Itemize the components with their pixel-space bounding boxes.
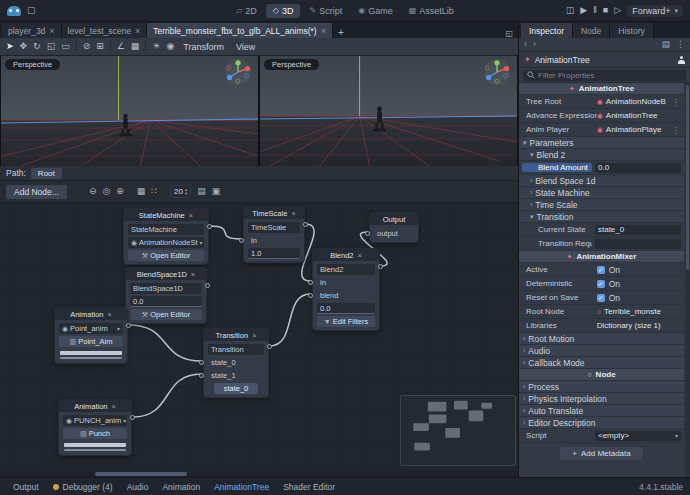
close-icon[interactable]: × <box>357 251 361 260</box>
output-port[interactable] <box>303 222 308 227</box>
graph-node-header[interactable]: Blend2× <box>313 249 379 261</box>
minimap-toggle-icon[interactable]: ▣ <box>212 187 221 196</box>
slider-track[interactable] <box>60 351 122 355</box>
menu-transform[interactable]: Transform <box>180 42 227 52</box>
bottom-tab-debugger-4[interactable]: Debugger (4) <box>47 481 119 493</box>
window-icon[interactable]: ▢ <box>27 6 36 15</box>
spinner-arrows[interactable]: ▴▾ <box>185 188 187 196</box>
expand-viewport-icon[interactable]: ◱ <box>500 29 518 38</box>
tab-node[interactable]: Node <box>573 23 610 38</box>
transition-state-0[interactable]: state_0 <box>214 383 258 394</box>
graph-node-animation-point[interactable]: Animation×◉Point_anim▾▥Point_Aim <box>54 307 128 364</box>
graph-node-header[interactable]: Animation× <box>59 400 131 412</box>
checkbox[interactable]: ✓On <box>597 293 620 303</box>
play-scene-icon[interactable]: ▷ <box>614 6 621 15</box>
spin-down-icon[interactable]: ▾ <box>185 192 187 196</box>
zoom-in-icon[interactable]: ⊕ <box>116 187 124 196</box>
time-scale-timescale[interactable]: TimeScale <box>248 222 300 233</box>
snap-icon[interactable]: ▦ <box>131 42 140 51</box>
perspective-menu[interactable]: Perspective <box>264 59 319 70</box>
output-port[interactable] <box>205 283 210 288</box>
pause-icon[interactable]: ‖ <box>593 6 597 15</box>
group-parameters[interactable]: ▾Parameters <box>519 137 684 149</box>
workspace-tab-3d[interactable]: ◇3D <box>266 4 301 18</box>
group-auto-translate[interactable]: ›Auto Translate <box>519 405 684 417</box>
zoom-level-spinner[interactable]: 20▴▾ <box>170 185 191 198</box>
doc-icon[interactable]: ▤ <box>661 40 670 49</box>
next-object-icon[interactable]: › <box>533 40 536 49</box>
resource-selector[interactable]: ✦ AnimationTree <box>519 52 690 68</box>
graph-node-transition[interactable]: Transition×Transitionstate_0state_1state… <box>203 328 269 398</box>
group-callback-mode[interactable]: ›Callback Mode <box>519 357 684 369</box>
sun-icon[interactable]: ☀ <box>152 42 160 51</box>
graph-hscrollbar[interactable] <box>0 471 518 477</box>
state-machine-statemachine[interactable]: StateMachine <box>128 224 204 235</box>
close-icon[interactable]: × <box>191 270 195 279</box>
close-icon[interactable]: × <box>111 402 115 411</box>
blend2-blend2[interactable]: Blend2 <box>317 264 375 275</box>
animation-point-point-anim[interactable]: ◉Point_anim▾ <box>59 323 123 334</box>
movie-icon[interactable]: ◫ <box>566 6 575 15</box>
graph-node-header[interactable]: Output <box>370 213 418 225</box>
prop-value[interactable]: ◉AnimationTree <box>597 111 681 120</box>
scale-tool-icon[interactable]: ◱ <box>47 42 56 51</box>
scrollbar-thumb[interactable] <box>686 85 689 270</box>
grid-icon[interactable]: ▦ <box>137 187 146 196</box>
prop-value-field[interactable]: state_0 <box>595 225 681 235</box>
perspective-menu[interactable]: Perspective <box>5 59 60 70</box>
graph-node-output[interactable]: Outputoutput <box>369 212 419 243</box>
close-icon[interactable]: × <box>135 26 140 36</box>
time-scale-1-0[interactable]: 1.0 <box>248 248 300 259</box>
tab-inspector[interactable]: Inspector <box>521 23 573 38</box>
close-icon[interactable]: × <box>49 26 54 36</box>
prop-value[interactable]: ○Terrible_monste <box>597 307 681 316</box>
scene-tab-level-test-scene[interactable]: level_test_scene× <box>62 23 148 38</box>
add-node-button[interactable]: Add Node... <box>6 185 67 199</box>
prop-value-field[interactable]: 0.0 <box>595 163 681 173</box>
scene-tab-terrible-monster-fbx-to-glb-all-anims[interactable]: Terrible_monster_fbx_to_glb_ALL_anims(*)… <box>147 23 333 38</box>
graph-node-blend2[interactable]: Blend2×Blend2inblend0.0▼Edit Filters <box>312 248 380 331</box>
zoom-reset-icon[interactable]: ◎ <box>102 187 110 196</box>
input-port[interactable] <box>308 293 313 298</box>
slider-track-thin[interactable] <box>60 357 122 359</box>
graph-node-state-machine[interactable]: StateMachine×StateMachine◉AnimationNodeS… <box>123 208 209 265</box>
filter-properties-input[interactable] <box>538 71 682 80</box>
group-state-machine[interactable]: ›State Machine <box>519 187 684 199</box>
transition-transition[interactable]: Transition <box>208 344 264 355</box>
group-icon[interactable]: ⊞ <box>96 42 104 51</box>
arrange-icon[interactable]: ▤ <box>197 187 206 196</box>
close-icon[interactable]: × <box>252 331 256 340</box>
bottom-tab-output[interactable]: Output <box>7 481 45 493</box>
input-port[interactable] <box>308 280 313 285</box>
workspace-tab-2d[interactable]: ▱2D <box>229 4 264 18</box>
path-root-button[interactable]: Root <box>31 168 62 179</box>
menu-icon[interactable]: ⋮ <box>676 40 685 49</box>
checkbox[interactable]: ✓On <box>597 279 620 289</box>
graph-node-time-scale[interactable]: TimeScale×TimeScalein1.0 <box>243 206 305 263</box>
add-scene-tab-button[interactable]: + <box>333 27 349 38</box>
group-physics-interpolation[interactable]: ›Physics Interpolation <box>519 393 684 405</box>
blend2-0-0[interactable]: 0.0 <box>317 303 375 314</box>
output-port[interactable] <box>267 344 272 349</box>
preview-camera-icon[interactable]: ◉ <box>166 42 174 51</box>
graph-node-header[interactable]: BlendSpace1D× <box>126 268 206 280</box>
blend-space-1d-0-0[interactable]: 0.0 <box>130 296 202 307</box>
move-tool-icon[interactable]: ✥ <box>20 42 28 51</box>
viewport-right[interactable]: Perspective <box>260 56 517 166</box>
prop-value-field[interactable]: <empty>▾ <box>595 431 681 441</box>
graph-node-header[interactable]: Transition× <box>204 329 268 341</box>
bottom-tab-animationtree[interactable]: AnimationTree <box>208 481 275 493</box>
blend2-edit-filters[interactable]: ▼Edit Filters <box>317 316 375 327</box>
graph-node-blend-space-1d[interactable]: BlendSpace1D×BlendSpace1D0.0⚒Open Editor <box>125 267 207 324</box>
options-menu-icon[interactable]: ⋮ <box>671 125 682 135</box>
prev-object-icon[interactable]: ‹ <box>524 40 527 49</box>
input-port[interactable] <box>199 360 204 365</box>
state-machine-animationnodest[interactable]: ◉AnimationNodeSt▾ <box>128 237 204 248</box>
bottom-tab-audio[interactable]: Audio <box>121 481 155 493</box>
select-tool-icon[interactable]: ➤ <box>6 42 14 51</box>
group-blend-space-1d[interactable]: ›Blend Space 1d <box>519 175 684 187</box>
group-editor-description[interactable]: ›Editor Description <box>519 417 684 429</box>
workspace-tab-game[interactable]: ◉Game <box>351 4 400 18</box>
animation-punch-seek-slider[interactable] <box>63 441 127 452</box>
prop-value-field[interactable] <box>595 239 681 249</box>
